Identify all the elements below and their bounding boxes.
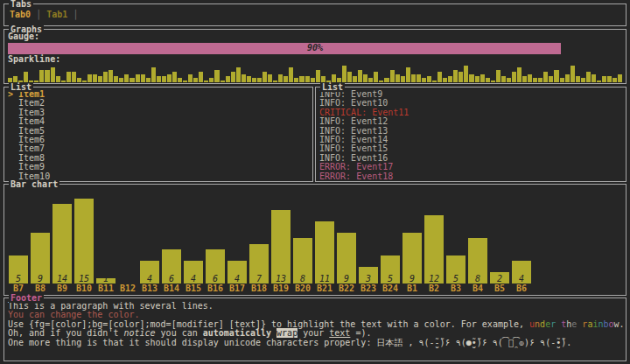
spark-bar [374,72,378,82]
bar-b13: 4B13 [140,261,159,293]
footer-lines: This is a paragraph with several lines.Y… [8,302,626,347]
spark-bar [183,80,187,82]
spark-bar [453,70,458,82]
list-item-item1[interactable]: > Item1 [8,90,312,99]
spark-bar [396,74,400,83]
spark-bar [347,72,352,82]
bar-rect: 9 [31,233,50,284]
spark-bar [157,76,161,82]
footer-span: wrap [276,328,298,338]
tabs-panel-title: Tabs [9,0,33,9]
list-item-item8[interactable]: Item8 [8,154,312,163]
spark-bar [231,72,235,82]
spark-bar [93,74,97,83]
bar-rect: 15 [74,199,94,284]
spark-bar [411,74,416,83]
bar-category-label: B9 [52,284,72,293]
spark-bar [172,72,177,82]
tab-tab0[interactable]: Tab0 [10,10,31,19]
tabs-panel: Tabs Tab0│Tab1│ [4,4,626,26]
spark-bar [607,76,612,82]
list-item-item6[interactable]: Item6 [8,136,312,144]
spark-bar [88,74,92,83]
bar-rect: 2 [490,272,509,284]
event-list-panel: List INFO: Event9INFO: Event10CRITICAL: … [315,87,626,182]
list-item-item4[interactable]: Item4 [8,117,312,126]
spark-bar [124,74,129,83]
spark-bar [51,67,55,82]
list-item-item3[interactable]: Item3 [8,108,312,117]
bar-rect: 4 [512,261,531,284]
spark-bar [602,76,606,82]
footer-panel: Footer This is a paragraph with several … [4,298,626,361]
bar-b18: 7B18 [249,244,269,293]
spark-bar [554,70,558,82]
spark-bar [491,80,495,82]
bar-category-label: B1 [402,284,422,293]
bar-rect: 8 [293,238,312,284]
sparkline-label: Sparkline: [8,55,60,64]
bar-rect: 13 [271,210,290,284]
bar-category-label: B5 [490,284,509,293]
bar-category-label: B24 [381,284,400,293]
spark-bar [82,80,87,82]
event-item-event18[interactable]: ERROR: Event18 [319,172,626,181]
tab-tab1[interactable]: Tab1 [46,10,67,19]
spark-bar [576,76,580,82]
spark-bar [247,76,251,82]
spark-bar [39,70,44,82]
bar-rect: 9 [402,233,422,284]
spark-bar [299,76,304,82]
list-item-item7[interactable]: Item7 [8,144,312,153]
bar-b4: 8B4 [468,238,487,293]
spark-bar [114,76,118,82]
bar-b19: 13B19 [271,210,290,293]
bar-b3: 5B3 [446,256,466,293]
event-list-title: List [320,82,345,92]
bar-value: 4 [234,275,240,284]
spark-bar [284,76,288,82]
list-item-item5[interactable]: Item5 [8,127,312,136]
spark-bar [226,76,230,82]
spark-bar [507,78,511,82]
bar-b5: 2B5 [490,272,509,293]
spark-bar [512,72,516,82]
footer-span: text [329,328,350,338]
bar-b23: 3B23 [359,267,378,293]
footer-span: Oh, and if you didn't [8,328,123,338]
bar-b24: 5B24 [381,256,400,293]
spark-bar [438,72,442,82]
gauge-label: Gauge: [8,32,39,41]
spark-bar [363,74,368,83]
spark-bar [401,76,405,82]
bar-category-label: B16 [206,284,225,293]
spark-bar [242,74,246,83]
spark-bar [56,76,60,82]
bar-b6: 4B6 [512,261,531,293]
bar-value: 8 [475,275,480,284]
bar-b17: 4B17 [228,261,247,293]
footer-span: you can [156,328,203,338]
bar-rect: 12 [424,215,444,284]
spark-bar [193,78,198,82]
bar-rect: 5 [381,256,400,284]
bar-value: 4 [147,275,152,284]
spark-bar [416,74,421,83]
bar-rect: 4 [228,261,247,284]
list-item-item9[interactable]: Item9 [8,163,312,172]
list-item-item2[interactable]: Item2 [8,99,312,108]
footer-span: Use {fg=[color];bg=[color];mod=[modifier… [8,319,529,329]
gauge: 90% [8,43,622,54]
spark-bar [257,78,262,82]
item-list-title: List [9,82,33,92]
spark-bar [262,72,267,82]
spark-bar [496,70,500,82]
spark-bar [560,78,564,82]
graphs-panel: Graphs Gauge: 90% Sparkline: [4,29,626,84]
spark-bar [586,72,591,82]
spark-bar [151,67,156,82]
bar-value: 6 [169,275,174,284]
footer-span: automatically [203,328,271,338]
barchart-bars: 5B79B814B915B101B11B124B136B144B156B164B… [9,187,623,293]
footer-span: notice [123,328,155,338]
